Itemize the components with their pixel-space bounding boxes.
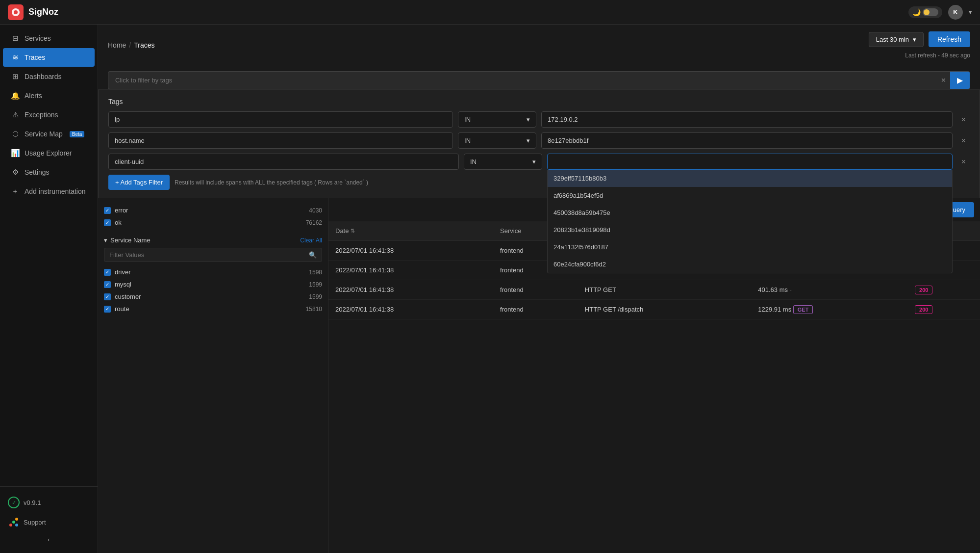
toggle-pill	[923, 8, 938, 16]
time-range-select[interactable]: Last 30 min ▾	[869, 32, 924, 47]
svg-point-4	[15, 518, 18, 521]
tag-val-input-2[interactable]	[547, 154, 953, 170]
sidebar-item-dashboards[interactable]: ⊞ Dashboards	[3, 67, 95, 86]
dropdown-option-1[interactable]: af6869a1b54ef5d	[548, 187, 952, 204]
refresh-button[interactable]: Refresh	[929, 31, 970, 47]
support-icon	[8, 516, 20, 528]
sidebar-item-label: Exceptions	[25, 111, 58, 119]
service-name-search[interactable]: 🔍	[104, 248, 322, 262]
sidebar-item-label: Add instrumentation	[25, 187, 86, 195]
status-error-item: ✓ error 4030	[104, 204, 322, 216]
sidebar-item-label: Services	[25, 34, 51, 42]
filter-run-button[interactable]: ▶	[950, 72, 970, 89]
tag-op-select-0[interactable]: IN ▾	[458, 111, 536, 128]
service-driver-count: 1598	[309, 269, 322, 276]
service-mysql-count: 1599	[309, 281, 322, 288]
filter-group-service-header: ▾ Service Name Clear All	[104, 237, 322, 244]
tag-key-input-0[interactable]	[108, 111, 453, 128]
dropdown-option-4[interactable]: 24a1132f576d0187	[548, 238, 952, 256]
service-driver-checkbox[interactable]: ✓	[104, 269, 111, 276]
sidebar-item-label: Dashboards	[25, 73, 62, 80]
dropdown-option-3[interactable]: 20823b1e3819098d	[548, 221, 952, 238]
service-route-label: route	[115, 305, 302, 313]
table-row[interactable]: 2022/07/01 16:41:38 frontend HTTP GET 40…	[328, 280, 980, 300]
status-ok-checkbox[interactable]: ✓	[104, 219, 111, 226]
tag-val-input-0[interactable]	[541, 111, 953, 128]
dropdown-option-0[interactable]: 329eff57115b80b3	[548, 170, 952, 187]
logo-text: SigNoz	[28, 7, 58, 17]
tag-op-label-1: IN	[464, 137, 471, 144]
sidebar-item-label: Traces	[25, 53, 45, 61]
clear-all-link[interactable]: Clear All	[300, 237, 322, 244]
status-error-count: 4030	[309, 207, 322, 214]
sidebar-item-traces[interactable]: ≋ Traces	[3, 48, 95, 67]
logo-icon	[8, 4, 24, 20]
tag-remove-1[interactable]: ×	[957, 134, 970, 147]
sidebar-item-usage-explorer[interactable]: 📊 Usage Explorer	[3, 144, 95, 162]
status-ok-label: ok	[115, 219, 302, 226]
avatar[interactable]: K	[948, 5, 963, 20]
sidebar-collapse-button[interactable]: ‹	[8, 532, 90, 547]
status-error-checkbox[interactable]: ✓	[104, 207, 111, 214]
service-route-count: 15810	[306, 306, 322, 313]
filter-section: ✕ ▶	[98, 66, 980, 90]
service-name-label: Service Name	[110, 237, 151, 244]
beta-badge: Beta	[70, 131, 85, 137]
service-name-search-input[interactable]	[109, 251, 306, 259]
tag-op-chevron-1: ▾	[527, 137, 530, 144]
cell-service: frontend	[493, 280, 578, 300]
traces-icon: ≋	[11, 53, 20, 62]
chevron-down-icon[interactable]: ▾	[969, 8, 972, 16]
topbar: SigNoz 🌙 K ▾	[0, 0, 980, 25]
check-icon: ✓	[105, 208, 109, 213]
svg-point-1	[14, 10, 18, 14]
service-name-title: ▾ Service Name	[104, 237, 151, 244]
dropdown-option-5[interactable]: 60e24cfa900cf6d2	[548, 256, 952, 273]
sidebar-item-services[interactable]: ⊟ Services	[3, 29, 95, 48]
service-route-checkbox[interactable]: ✓	[104, 306, 111, 313]
theme-toggle[interactable]: 🌙	[908, 6, 942, 18]
tag-row-2: IN ▾ 329eff57115b80b3 af6869a1b54ef5d 45…	[108, 154, 970, 170]
tag-val-input-1[interactable]	[541, 132, 953, 149]
tag-key-input-2[interactable]	[108, 154, 459, 170]
sidebar-item-alerts[interactable]: 🔔 Alerts	[3, 86, 95, 105]
tag-op-chevron-2: ▾	[532, 158, 536, 165]
cell-duration: 401.63 ms -	[751, 280, 908, 300]
tag-remove-0[interactable]: ×	[957, 113, 970, 126]
service-map-icon: ⬡	[11, 130, 20, 138]
svg-point-3	[12, 521, 15, 524]
breadcrumb-home[interactable]: Home	[108, 41, 126, 49]
breadcrumb-current: Traces	[134, 41, 154, 49]
status-badge: 200	[915, 305, 932, 314]
add-tags-button[interactable]: + Add Tags Filter	[108, 175, 170, 190]
sidebar-item-add-instrumentation[interactable]: + Add instrumentation	[3, 182, 95, 200]
page-header: Home / Traces Last 30 min ▾ Refresh Last…	[98, 25, 980, 66]
last-refresh-text: Last refresh - 49 sec ago	[905, 52, 970, 59]
breadcrumb: Home / Traces	[108, 41, 155, 49]
service-driver-item: ✓ driver 1598	[104, 266, 322, 278]
date-sort[interactable]: Date ⇅	[335, 227, 486, 235]
filter-clear-icon[interactable]: ✕	[937, 73, 950, 88]
dropdown-option-2[interactable]: 450038d8a59b475e	[548, 204, 952, 221]
settings-icon: ⚙	[11, 168, 20, 177]
service-customer-checkbox[interactable]: ✓	[104, 293, 111, 300]
tag-op-select-1[interactable]: IN ▾	[458, 132, 536, 149]
sidebar-item-settings[interactable]: ⚙ Settings	[3, 163, 95, 182]
sidebar-item-service-map[interactable]: ⬡ Service Map Beta	[3, 125, 95, 143]
tag-op-label-0: IN	[464, 116, 471, 123]
alerts-icon: 🔔	[11, 91, 20, 100]
table-row[interactable]: 2022/07/01 16:41:38 frontend HTTP GET /d…	[328, 300, 980, 319]
service-mysql-checkbox[interactable]: ✓	[104, 281, 111, 288]
filter-input[interactable]	[108, 72, 937, 89]
collapse-icon: ‹	[48, 536, 50, 543]
tag-op-select-2[interactable]: IN ▾	[464, 154, 542, 170]
chevron-down-filter-icon[interactable]: ▾	[104, 237, 107, 244]
service-customer-count: 1599	[309, 293, 322, 300]
service-mysql-item: ✓ mysql 1599	[104, 278, 322, 290]
tag-key-input-1[interactable]	[108, 132, 453, 149]
sidebar-item-exceptions[interactable]: ⚠ Exceptions	[3, 105, 95, 124]
sidebar-support[interactable]: Support	[8, 512, 90, 532]
service-driver-label: driver	[115, 268, 305, 276]
left-panel: ✓ error 4030 ✓ ok 76162 ▾	[98, 198, 328, 553]
tag-remove-2[interactable]: ×	[957, 156, 970, 168]
